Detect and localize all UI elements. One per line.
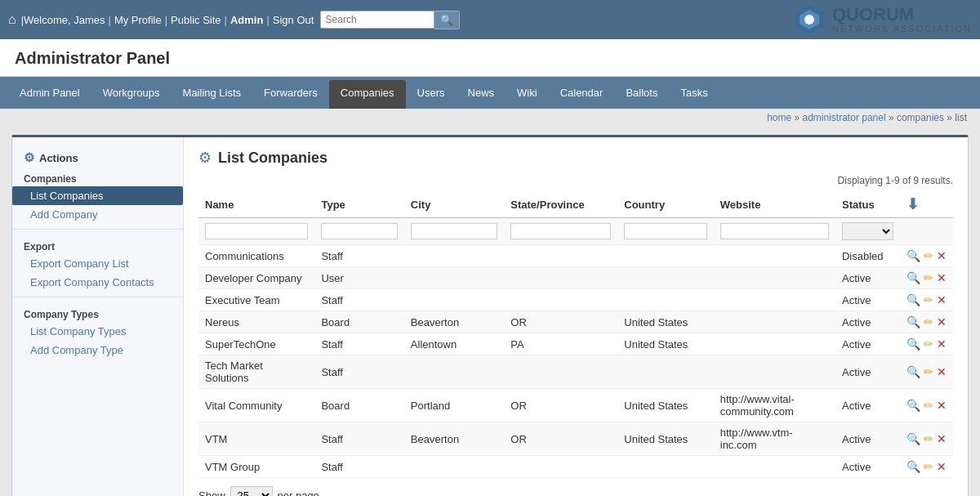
breadcrumb-home[interactable]: home xyxy=(767,112,791,123)
nav-wiki[interactable]: Wiki xyxy=(506,80,549,105)
filter-status[interactable]: Active Disabled xyxy=(842,222,893,240)
delete-icon[interactable]: ✕ xyxy=(937,460,947,473)
cell-website xyxy=(714,355,835,389)
view-icon[interactable]: 🔍 xyxy=(906,315,920,328)
search-input[interactable] xyxy=(320,11,434,29)
sign-out-link[interactable]: Sign Out xyxy=(273,14,314,26)
table-row: VTM Staff Beaverton OR United States htt… xyxy=(198,422,953,456)
public-site-link[interactable]: Public Site xyxy=(171,14,220,26)
per-page-select[interactable]: 10 25 50 100 xyxy=(230,486,273,496)
view-icon[interactable]: 🔍 xyxy=(906,432,920,445)
delete-icon[interactable]: ✕ xyxy=(937,271,947,284)
nav-tasks[interactable]: Tasks xyxy=(669,80,719,105)
sidebar-item-export-contacts[interactable]: Export Company Contacts xyxy=(12,273,183,292)
delete-icon[interactable]: ✕ xyxy=(937,315,947,328)
my-profile-link[interactable]: My Profile xyxy=(114,14,162,26)
breadcrumb-list: list xyxy=(955,112,967,123)
view-icon[interactable]: 🔍 xyxy=(906,293,920,306)
nav-admin-panel[interactable]: Admin Panel xyxy=(8,80,91,105)
nav-ballots[interactable]: Ballots xyxy=(614,80,669,105)
cell-website: http://www.vtm-inc.com xyxy=(714,422,835,456)
delete-icon[interactable]: ✕ xyxy=(937,432,947,445)
col-name: Name xyxy=(198,191,314,218)
breadcrumb-admin-panel[interactable]: administrator panel xyxy=(803,112,886,123)
cell-row-actions: 🔍 ✏ ✕ xyxy=(900,355,953,389)
cell-status: Disabled xyxy=(835,245,900,267)
cell-country xyxy=(617,267,713,289)
edit-icon[interactable]: ✏ xyxy=(924,460,933,473)
view-icon[interactable]: 🔍 xyxy=(906,460,920,473)
sidebar-item-add-company-type[interactable]: Add Company Type xyxy=(12,341,183,360)
cell-country: United States xyxy=(617,389,713,422)
cell-status: Active xyxy=(835,389,900,422)
sep2: | xyxy=(165,14,167,26)
filter-state[interactable] xyxy=(510,223,611,239)
nav-calendar[interactable]: Calendar xyxy=(549,80,615,105)
sep1: | xyxy=(109,14,111,26)
content-title: List Companies xyxy=(218,150,327,167)
content-gear-icon: ⚙ xyxy=(198,149,212,167)
cell-type: Staff xyxy=(314,355,403,389)
view-icon[interactable]: 🔍 xyxy=(906,249,920,262)
edit-icon[interactable]: ✏ xyxy=(924,315,933,328)
breadcrumb-companies[interactable]: companies xyxy=(897,112,944,123)
logo-area: QUORUM NETWORK ASSOCIATION xyxy=(793,3,972,36)
admin-link[interactable]: Admin xyxy=(230,14,263,26)
sidebar-item-add-company[interactable]: Add Company xyxy=(12,205,183,224)
per-page-label: Show xyxy=(198,489,225,496)
filter-name[interactable] xyxy=(205,223,308,239)
view-icon[interactable]: 🔍 xyxy=(906,337,920,351)
nav-mailing-lists[interactable]: Mailing Lists xyxy=(172,80,253,105)
search-button[interactable]: 🔍 xyxy=(434,11,460,29)
filter-country[interactable] xyxy=(624,223,706,239)
delete-icon[interactable]: ✕ xyxy=(937,337,947,351)
delete-icon[interactable]: ✕ xyxy=(937,293,947,306)
edit-icon[interactable]: ✏ xyxy=(924,432,933,445)
cell-city xyxy=(404,456,504,478)
export-icon[interactable]: ⬇ xyxy=(906,196,919,212)
delete-icon[interactable]: ✕ xyxy=(937,365,947,378)
nav-workgroups[interactable]: Workgroups xyxy=(91,80,172,105)
cell-row-actions: 🔍 ✏ ✕ xyxy=(900,422,953,456)
view-icon[interactable]: 🔍 xyxy=(906,365,920,378)
edit-icon[interactable]: ✏ xyxy=(924,365,933,378)
nav-news[interactable]: News xyxy=(457,80,506,105)
nav-companies[interactable]: Companies xyxy=(329,80,406,109)
page-header: Administrator Panel xyxy=(0,39,980,77)
edit-icon[interactable]: ✏ xyxy=(924,271,933,284)
filter-city[interactable] xyxy=(411,223,497,239)
delete-icon[interactable]: ✕ xyxy=(937,399,947,412)
sidebar-item-list-companies[interactable]: List Companies xyxy=(12,186,183,205)
cell-website xyxy=(714,267,835,289)
cell-row-actions: 🔍 ✏ ✕ xyxy=(900,289,953,311)
table-row: SuperTechOne Staff Allentown PA United S… xyxy=(198,333,953,355)
cell-row-actions: 🔍 ✏ ✕ xyxy=(900,456,953,478)
svg-point-2 xyxy=(804,15,814,25)
table-row: VTM Group Staff Active 🔍 ✏ ✕ xyxy=(198,456,953,478)
sidebar-item-export-company-list[interactable]: Export Company List xyxy=(12,254,183,273)
nav-users[interactable]: Users xyxy=(406,80,457,105)
cell-type: Staff xyxy=(314,245,403,267)
home-icon[interactable]: ⌂ xyxy=(8,12,16,27)
delete-icon[interactable]: ✕ xyxy=(937,249,947,262)
cell-country xyxy=(617,289,713,311)
filter-type[interactable] xyxy=(321,223,397,239)
cell-city: Allentown xyxy=(404,333,504,355)
view-icon[interactable]: 🔍 xyxy=(906,271,920,284)
sidebar-actions-title: ⚙ Actions xyxy=(12,145,183,167)
filter-website[interactable] xyxy=(720,223,829,239)
cell-state xyxy=(504,456,617,478)
cell-name: Vital Community xyxy=(198,389,314,422)
edit-icon[interactable]: ✏ xyxy=(924,399,933,412)
cell-type: Staff xyxy=(314,333,403,355)
page-title: Administrator Panel xyxy=(15,49,170,67)
edit-icon[interactable]: ✏ xyxy=(924,249,933,262)
edit-icon[interactable]: ✏ xyxy=(924,337,933,351)
sidebar-item-list-company-types[interactable]: List Company Types xyxy=(12,322,183,341)
nav-forwarders[interactable]: Forwarders xyxy=(252,80,329,105)
per-page-suffix: per page xyxy=(278,489,319,496)
view-icon[interactable]: 🔍 xyxy=(906,399,920,412)
companies-table: Name Type City State/Province Country We… xyxy=(198,191,953,478)
gear-icon: ⚙ xyxy=(24,150,34,165)
edit-icon[interactable]: ✏ xyxy=(924,293,933,306)
